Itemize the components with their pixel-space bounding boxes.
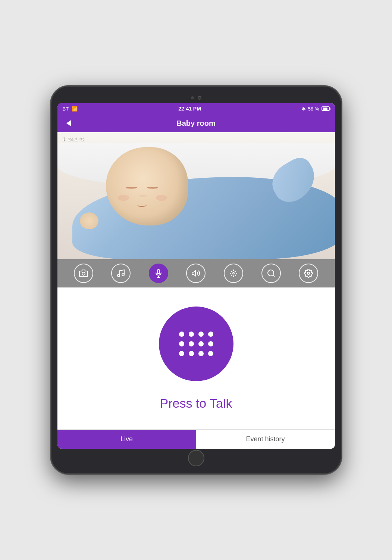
- bottom-tabs: Live Event history: [57, 429, 335, 449]
- dot: [198, 341, 204, 346]
- tab-live-label: Live: [120, 435, 133, 443]
- settings-button[interactable]: [299, 264, 318, 283]
- svg-point-10: [307, 272, 310, 274]
- temperature-overlay: 🌡 24.1 °C: [61, 136, 84, 142]
- device-bottom: [188, 449, 204, 467]
- home-button[interactable]: [188, 450, 204, 466]
- svg-point-1: [117, 274, 120, 277]
- wifi-icon: 📶: [72, 106, 78, 112]
- dot: [189, 351, 194, 356]
- device-top-bar: [57, 93, 335, 103]
- pan-button[interactable]: [224, 264, 243, 283]
- camera-sensor: [191, 96, 194, 99]
- mic-dots-grid: [172, 324, 221, 364]
- svg-line-9: [273, 275, 274, 277]
- bt-label: BT: [63, 106, 69, 112]
- svg-point-8: [268, 270, 274, 276]
- main-content: Press to Talk: [57, 287, 335, 429]
- dot: [179, 332, 184, 337]
- tab-event-history[interactable]: Event history: [196, 430, 335, 449]
- video-feed: 🌡 24.1 °C: [57, 132, 335, 259]
- svg-marker-6: [192, 271, 195, 276]
- dot: [189, 341, 194, 346]
- status-left: BT 📶: [63, 106, 78, 112]
- dot: [198, 332, 204, 337]
- back-chevron-icon: [66, 120, 71, 126]
- camera-button[interactable]: [74, 264, 93, 283]
- screen: BT 📶 22:41 PM ✱ 58 % Baby room: [57, 103, 335, 449]
- press-to-talk-label: Press to Talk: [160, 396, 232, 411]
- bluetooth-icon: ✱: [302, 106, 306, 112]
- battery-icon: [322, 106, 330, 111]
- title-bar: Baby room: [57, 114, 335, 132]
- dot: [208, 332, 213, 337]
- status-right: ✱ 58 %: [302, 106, 330, 112]
- dot: [208, 341, 213, 346]
- dot: [208, 351, 213, 356]
- device-frame: BT 📶 22:41 PM ✱ 58 % Baby room: [51, 86, 342, 474]
- controls-bar: [57, 259, 335, 287]
- search-button[interactable]: [261, 264, 281, 283]
- tab-event-history-label: Event history: [246, 435, 285, 443]
- thermometer-icon: 🌡: [61, 136, 66, 142]
- dot: [189, 332, 194, 337]
- camera-lens: [198, 96, 201, 100]
- video-placeholder: 🌡 24.1 °C: [57, 132, 335, 259]
- status-time: 22:41 PM: [178, 106, 201, 112]
- music-button[interactable]: [111, 264, 131, 283]
- back-button[interactable]: [63, 117, 75, 129]
- page-title: Baby room: [176, 119, 215, 128]
- svg-point-2: [122, 274, 124, 276]
- status-bar: BT 📶 22:41 PM ✱ 58 %: [57, 103, 335, 114]
- dot: [198, 351, 204, 356]
- microphone-button[interactable]: [149, 264, 168, 283]
- svg-point-0: [82, 272, 85, 275]
- dot: [179, 351, 184, 356]
- svg-point-7: [233, 273, 234, 274]
- dot: [179, 341, 184, 346]
- temperature-value: 24.1 °C: [68, 136, 84, 142]
- battery-label: 58 %: [308, 106, 319, 112]
- volume-button[interactable]: [186, 264, 206, 283]
- talk-button[interactable]: [159, 307, 233, 381]
- tab-live[interactable]: Live: [57, 430, 196, 449]
- svg-rect-3: [157, 270, 160, 274]
